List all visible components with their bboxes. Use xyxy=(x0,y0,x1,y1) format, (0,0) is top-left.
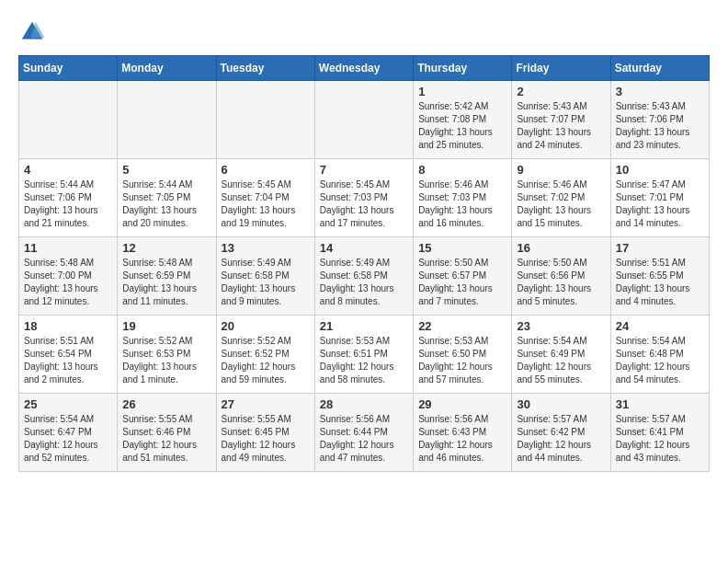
day-info: Sunrise: 5:45 AM Sunset: 7:04 PM Dayligh… xyxy=(222,178,310,230)
day-info: Sunrise: 5:53 AM Sunset: 6:51 PM Dayligh… xyxy=(320,335,408,386)
calendar-cell: 13Sunrise: 5:49 AM Sunset: 6:58 PM Dayli… xyxy=(216,237,314,316)
calendar-cell: 17Sunrise: 5:51 AM Sunset: 6:55 PM Dayli… xyxy=(610,237,709,316)
day-info: Sunrise: 5:43 AM Sunset: 7:06 PM Dayligh… xyxy=(616,100,704,152)
calendar-cell xyxy=(118,81,216,159)
week-row-2: 4Sunrise: 5:44 AM Sunset: 7:06 PM Daylig… xyxy=(19,159,710,237)
day-number: 6 xyxy=(222,163,310,177)
day-info: Sunrise: 5:42 AM Sunset: 7:08 PM Dayligh… xyxy=(418,100,506,152)
calendar-cell: 20Sunrise: 5:52 AM Sunset: 6:52 PM Dayli… xyxy=(216,316,314,394)
day-info: Sunrise: 5:47 AM Sunset: 7:01 PM Dayligh… xyxy=(616,178,704,230)
day-info: Sunrise: 5:56 AM Sunset: 6:43 PM Dayligh… xyxy=(418,413,506,465)
day-info: Sunrise: 5:50 AM Sunset: 6:56 PM Dayligh… xyxy=(517,257,605,308)
calendar-cell: 6Sunrise: 5:45 AM Sunset: 7:04 PM Daylig… xyxy=(216,159,314,237)
day-info: Sunrise: 5:43 AM Sunset: 7:07 PM Dayligh… xyxy=(517,100,605,152)
calendar-cell: 10Sunrise: 5:47 AM Sunset: 7:01 PM Dayli… xyxy=(610,159,709,237)
logo xyxy=(18,18,50,46)
calendar-cell: 8Sunrise: 5:46 AM Sunset: 7:03 PM Daylig… xyxy=(414,159,512,237)
day-info: Sunrise: 5:57 AM Sunset: 6:41 PM Dayligh… xyxy=(616,413,704,465)
calendar-cell: 3Sunrise: 5:43 AM Sunset: 7:06 PM Daylig… xyxy=(610,81,709,159)
calendar-cell: 26Sunrise: 5:55 AM Sunset: 6:46 PM Dayli… xyxy=(118,394,216,472)
day-info: Sunrise: 5:46 AM Sunset: 7:02 PM Dayligh… xyxy=(517,178,605,230)
calendar-cell: 14Sunrise: 5:49 AM Sunset: 6:58 PM Dayli… xyxy=(314,237,413,316)
day-info: Sunrise: 5:53 AM Sunset: 6:50 PM Dayligh… xyxy=(418,335,506,386)
day-number: 13 xyxy=(222,241,310,255)
calendar-cell: 16Sunrise: 5:50 AM Sunset: 6:56 PM Dayli… xyxy=(512,237,610,316)
day-info: Sunrise: 5:57 AM Sunset: 6:42 PM Dayligh… xyxy=(517,413,605,465)
day-info: Sunrise: 5:46 AM Sunset: 7:03 PM Dayligh… xyxy=(418,178,506,230)
day-number: 19 xyxy=(122,319,210,333)
day-header-sunday: Sunday xyxy=(19,56,118,81)
day-number: 1 xyxy=(418,85,506,98)
day-info: Sunrise: 5:56 AM Sunset: 6:44 PM Dayligh… xyxy=(320,413,408,465)
day-number: 4 xyxy=(24,163,112,177)
day-header-wednesday: Wednesday xyxy=(314,56,413,81)
day-number: 7 xyxy=(320,163,408,177)
calendar-cell: 31Sunrise: 5:57 AM Sunset: 6:41 PM Dayli… xyxy=(610,394,709,472)
day-header-saturday: Saturday xyxy=(610,56,709,81)
day-info: Sunrise: 5:51 AM Sunset: 6:54 PM Dayligh… xyxy=(24,335,112,386)
calendar-cell: 7Sunrise: 5:45 AM Sunset: 7:03 PM Daylig… xyxy=(314,159,413,237)
day-info: Sunrise: 5:49 AM Sunset: 6:58 PM Dayligh… xyxy=(222,257,310,308)
calendar-cell: 9Sunrise: 5:46 AM Sunset: 7:02 PM Daylig… xyxy=(512,159,610,237)
week-row-1: 1Sunrise: 5:42 AM Sunset: 7:08 PM Daylig… xyxy=(19,81,710,159)
calendar-cell: 11Sunrise: 5:48 AM Sunset: 7:00 PM Dayli… xyxy=(19,237,118,316)
day-number: 25 xyxy=(24,397,112,411)
calendar-cell: 25Sunrise: 5:54 AM Sunset: 6:47 PM Dayli… xyxy=(19,394,118,472)
header-row: SundayMondayTuesdayWednesdayThursdayFrid… xyxy=(19,56,710,81)
day-header-thursday: Thursday xyxy=(414,56,512,81)
day-info: Sunrise: 5:49 AM Sunset: 6:58 PM Dayligh… xyxy=(320,257,408,308)
day-number: 8 xyxy=(418,163,506,177)
day-number: 27 xyxy=(222,397,310,411)
day-info: Sunrise: 5:52 AM Sunset: 6:52 PM Dayligh… xyxy=(222,335,310,386)
day-number: 5 xyxy=(122,163,210,177)
day-number: 18 xyxy=(24,319,112,333)
day-number: 23 xyxy=(517,319,605,333)
calendar-cell: 22Sunrise: 5:53 AM Sunset: 6:50 PM Dayli… xyxy=(414,316,512,394)
day-info: Sunrise: 5:52 AM Sunset: 6:53 PM Dayligh… xyxy=(122,335,210,386)
calendar-cell: 15Sunrise: 5:50 AM Sunset: 6:57 PM Dayli… xyxy=(414,237,512,316)
week-row-3: 11Sunrise: 5:48 AM Sunset: 7:00 PM Dayli… xyxy=(19,237,710,316)
day-number: 15 xyxy=(418,241,506,255)
day-number: 14 xyxy=(320,241,408,255)
calendar-cell: 30Sunrise: 5:57 AM Sunset: 6:42 PM Dayli… xyxy=(512,394,610,472)
day-number: 26 xyxy=(122,397,210,411)
day-info: Sunrise: 5:48 AM Sunset: 6:59 PM Dayligh… xyxy=(122,257,210,308)
day-number: 3 xyxy=(616,85,704,98)
calendar-cell: 5Sunrise: 5:44 AM Sunset: 7:05 PM Daylig… xyxy=(118,159,216,237)
day-info: Sunrise: 5:55 AM Sunset: 6:45 PM Dayligh… xyxy=(222,413,310,465)
day-header-tuesday: Tuesday xyxy=(216,56,314,81)
calendar-cell: 28Sunrise: 5:56 AM Sunset: 6:44 PM Dayli… xyxy=(314,394,413,472)
day-info: Sunrise: 5:45 AM Sunset: 7:03 PM Dayligh… xyxy=(320,178,408,230)
calendar-cell: 21Sunrise: 5:53 AM Sunset: 6:51 PM Dayli… xyxy=(314,316,413,394)
calendar-cell: 27Sunrise: 5:55 AM Sunset: 6:45 PM Dayli… xyxy=(216,394,314,472)
page-header xyxy=(18,18,710,46)
day-number: 28 xyxy=(320,397,408,411)
day-number: 2 xyxy=(517,85,605,98)
day-number: 20 xyxy=(222,319,310,333)
day-number: 10 xyxy=(616,163,704,177)
calendar-cell xyxy=(19,81,118,159)
day-header-friday: Friday xyxy=(512,56,610,81)
day-number: 30 xyxy=(517,397,605,411)
calendar-cell: 2Sunrise: 5:43 AM Sunset: 7:07 PM Daylig… xyxy=(512,81,610,159)
week-row-4: 18Sunrise: 5:51 AM Sunset: 6:54 PM Dayli… xyxy=(19,316,710,394)
calendar-cell xyxy=(216,81,314,159)
day-info: Sunrise: 5:54 AM Sunset: 6:47 PM Dayligh… xyxy=(24,413,112,465)
calendar-cell: 12Sunrise: 5:48 AM Sunset: 6:59 PM Dayli… xyxy=(118,237,216,316)
day-info: Sunrise: 5:48 AM Sunset: 7:00 PM Dayligh… xyxy=(24,257,112,308)
day-header-monday: Monday xyxy=(118,56,216,81)
day-info: Sunrise: 5:55 AM Sunset: 6:46 PM Dayligh… xyxy=(122,413,210,465)
calendar-cell: 19Sunrise: 5:52 AM Sunset: 6:53 PM Dayli… xyxy=(118,316,216,394)
day-number: 24 xyxy=(616,319,704,333)
calendar-cell: 29Sunrise: 5:56 AM Sunset: 6:43 PM Dayli… xyxy=(414,394,512,472)
day-number: 31 xyxy=(616,397,704,411)
day-info: Sunrise: 5:54 AM Sunset: 6:49 PM Dayligh… xyxy=(517,335,605,386)
day-info: Sunrise: 5:51 AM Sunset: 6:55 PM Dayligh… xyxy=(616,257,704,308)
calendar-cell xyxy=(314,81,413,159)
day-number: 12 xyxy=(122,241,210,255)
calendar-cell: 24Sunrise: 5:54 AM Sunset: 6:48 PM Dayli… xyxy=(610,316,709,394)
day-info: Sunrise: 5:54 AM Sunset: 6:48 PM Dayligh… xyxy=(616,335,704,386)
calendar-cell: 4Sunrise: 5:44 AM Sunset: 7:06 PM Daylig… xyxy=(19,159,118,237)
calendar-cell: 23Sunrise: 5:54 AM Sunset: 6:49 PM Dayli… xyxy=(512,316,610,394)
week-row-5: 25Sunrise: 5:54 AM Sunset: 6:47 PM Dayli… xyxy=(19,394,710,472)
